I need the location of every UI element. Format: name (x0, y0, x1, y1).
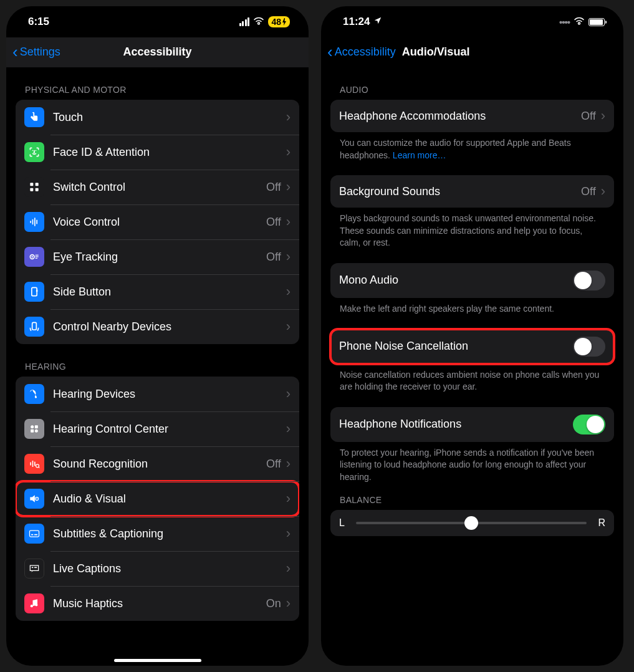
row-label: Audio & Visual (53, 492, 286, 506)
sound-recognition-icon (24, 454, 44, 474)
row-switch-control[interactable]: Switch Control Off › (16, 170, 299, 204)
chevron-left-icon: ‹ (12, 44, 18, 60)
svg-rect-1 (36, 183, 39, 186)
row-hearing-control-center[interactable]: Hearing Control Center › (16, 411, 299, 446)
status-bar: 6:15 48 (6, 6, 309, 37)
status-bar: 11:24 •••• (321, 6, 623, 37)
svg-rect-21 (34, 462, 36, 466)
row-hearing-devices[interactable]: Hearing Devices › (16, 377, 299, 411)
group-balance: L R (330, 510, 614, 536)
voice-control-icon (24, 212, 44, 232)
row-side-button[interactable]: Side Button › (16, 274, 299, 309)
chevron-right-icon: › (286, 387, 291, 401)
wifi-icon (253, 16, 264, 28)
row-label: Headphone Accommodations (339, 110, 581, 123)
row-control-nearby[interactable]: Control Nearby Devices › (16, 309, 299, 344)
row-label: Voice Control (53, 216, 266, 229)
svg-rect-3 (36, 188, 39, 191)
footer-mono: Make the left and right speakers play th… (330, 298, 614, 315)
svg-rect-16 (35, 425, 38, 428)
chevron-right-icon: › (286, 320, 291, 334)
eye-tracking-icon (24, 247, 44, 267)
chevron-right-icon: › (286, 562, 291, 575)
row-face-id[interactable]: Face ID & Attention › (16, 135, 299, 170)
row-value: On (266, 597, 281, 610)
row-value: Off (266, 251, 281, 264)
row-value: Off (581, 185, 596, 198)
svg-rect-18 (35, 430, 38, 433)
row-value: Off (266, 458, 281, 471)
row-label: Hearing Control Center (53, 423, 286, 436)
nav-bar: ‹ Accessibility Audio/Visual (321, 37, 623, 67)
svg-rect-28 (32, 567, 34, 569)
toggle-noise-cancellation[interactable] (573, 337, 605, 357)
svg-rect-14 (32, 322, 37, 330)
cellular-icon: •••• (559, 17, 570, 27)
back-button[interactable]: ‹ Settings (12, 44, 60, 60)
svg-rect-26 (31, 534, 33, 535)
svg-rect-20 (32, 461, 34, 467)
row-background-sounds[interactable]: Background Sounds Off › (330, 175, 614, 208)
balance-slider[interactable] (356, 522, 587, 524)
svg-rect-29 (34, 567, 37, 569)
audio-visual-icon (24, 489, 44, 509)
svg-rect-19 (30, 463, 31, 466)
svg-point-9 (31, 256, 33, 258)
svg-rect-0 (30, 183, 33, 186)
group-headphone-accom: Headphone Accommodations Off › (330, 100, 614, 132)
hearing-devices-icon (24, 384, 44, 404)
chevron-right-icon: › (286, 492, 291, 506)
row-label: Live Captions (53, 562, 286, 575)
group-hearing: Hearing Devices › Hearing Control Center… (16, 377, 299, 621)
svg-point-31 (35, 603, 37, 606)
row-label: Headphone Notifications (339, 418, 573, 431)
music-haptics-icon (24, 593, 44, 613)
group-headphone-notifications: Headphone Notifications (330, 407, 614, 442)
row-subtitles[interactable]: Subtitles & Captioning › (16, 516, 299, 551)
row-headphone-notifications[interactable]: Headphone Notifications (330, 407, 614, 442)
group-noise-cancellation: Phone Noise Cancellation (330, 329, 614, 364)
svg-rect-2 (30, 188, 33, 191)
row-audio-visual[interactable]: Audio & Visual › (16, 481, 299, 516)
row-mono-audio[interactable]: Mono Audio (330, 263, 614, 298)
row-sound-recognition[interactable]: Sound Recognition Off › (16, 446, 299, 481)
settings-list[interactable]: AUDIO Headphone Accommodations Off › You… (321, 67, 623, 666)
svg-rect-6 (34, 218, 36, 226)
home-indicator[interactable] (114, 659, 201, 662)
toggle-mono-audio[interactable] (573, 271, 605, 290)
row-touch[interactable]: Touch › (16, 100, 299, 135)
svg-rect-4 (30, 221, 31, 223)
chevron-right-icon: › (286, 422, 291, 436)
row-label: Side Button (53, 286, 286, 299)
row-label: Touch (53, 111, 286, 124)
svg-rect-27 (34, 534, 37, 535)
row-headphone-accommodations[interactable]: Headphone Accommodations Off › (330, 100, 614, 132)
phone-left-accessibility: 6:15 48 ‹ Settings Accessibility PHYSICA… (6, 6, 309, 666)
row-music-haptics[interactable]: Music Haptics On › (16, 586, 299, 621)
row-live-captions[interactable]: Live Captions › (16, 551, 299, 586)
svg-point-24 (36, 498, 37, 499)
section-header-hearing: HEARING (16, 344, 299, 377)
learn-more-link[interactable]: Learn more… (393, 150, 446, 160)
row-label: Mono Audio (339, 274, 573, 287)
row-voice-control[interactable]: Voice Control Off › (16, 204, 299, 239)
chevron-left-icon: ‹ (327, 44, 333, 60)
svg-rect-25 (30, 530, 39, 537)
page-title: Accessibility (123, 46, 191, 59)
footer-headphone-accom: You can customize the audio for supporte… (330, 132, 614, 161)
svg-rect-12 (36, 258, 37, 259)
row-phone-noise-cancellation[interactable]: Phone Noise Cancellation (330, 329, 614, 364)
back-button[interactable]: ‹ Accessibility (327, 44, 396, 60)
row-label: Subtitles & Captioning (53, 527, 286, 540)
back-label: Settings (20, 46, 60, 59)
row-label: Face ID & Attention (53, 146, 286, 159)
chevron-right-icon: › (286, 145, 291, 159)
live-captions-icon (24, 559, 44, 578)
row-label: Phone Noise Cancellation (339, 340, 573, 353)
balance-left-label: L (339, 517, 345, 529)
row-eye-tracking[interactable]: Eye Tracking Off › (16, 239, 299, 274)
svg-rect-5 (32, 219, 34, 224)
row-label: Eye Tracking (53, 251, 266, 264)
toggle-headphone-notifications[interactable] (573, 415, 605, 434)
settings-list[interactable]: PHYSICAL AND MOTOR Touch › Face ID & Att… (6, 67, 309, 666)
